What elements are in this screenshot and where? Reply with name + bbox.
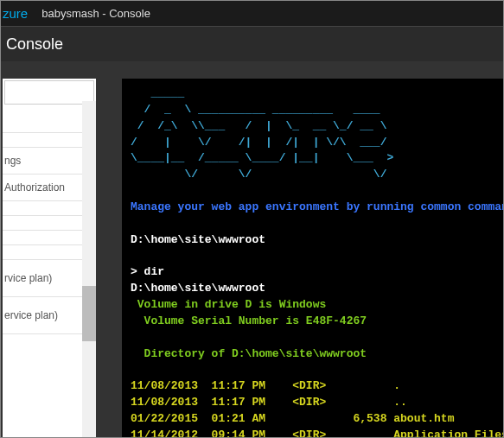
dirof-line: Directory of D:\home\site\wwwroot <box>131 347 367 360</box>
ascii-line: / | \/ /| | /| | \/\ ___/ <box>131 136 393 149</box>
sidebar: ngs Authorization rvice plan) ervice pla… <box>3 79 96 438</box>
serial-line: Volume Serial Number is E48F-4267 <box>131 314 367 327</box>
blade-header: Console <box>1 27 503 61</box>
dir-row: 11/14/2012 09:14 PM <DIR> Application Fi… <box>131 428 503 438</box>
dir-row: 11/08/2013 11:17 PM <DIR> .. <box>131 396 407 409</box>
help-text: Manage your web app environment by runni… <box>131 200 503 213</box>
volume-line: Volume in drive D is Windows <box>131 298 326 311</box>
dir-row: 11/08/2013 11:17 PM <DIR> . <box>131 379 400 392</box>
terminal-wrapper: _____ / _ \ __________ _________ ____ / … <box>96 79 503 438</box>
scrollbar-thumb[interactable] <box>82 286 96 341</box>
search-input[interactable] <box>4 80 94 105</box>
echo-cwd: D:\home\site\wwwroot <box>131 282 265 295</box>
azure-brand[interactable]: zure <box>1 6 35 21</box>
dir-row: 01/22/2015 01:21 AM 6,538 about.htm <box>131 412 454 425</box>
page-title: Console <box>6 35 63 54</box>
ascii-line: _____ <box>131 86 353 99</box>
breadcrumb[interactable]: babysmash - Console <box>35 7 150 20</box>
sidebar-item-label: ervice plan) <box>4 309 58 321</box>
cwd-line: D:\home\site\wwwroot <box>131 233 265 246</box>
ascii-line: / /_\ \\___ / | \_ __ \_/ __ \ <box>131 119 393 132</box>
sidebar-item-label: Authorization <box>4 181 65 194</box>
ascii-line: \/ \/ \/ <box>131 168 393 181</box>
ascii-line: / _ \ __________ _________ ____ <box>131 103 393 116</box>
title-bar: zure babysmash - Console <box>1 1 503 27</box>
console-terminal[interactable]: _____ / _ \ __________ _________ ____ / … <box>122 79 503 438</box>
scrollbar-track[interactable] <box>82 101 96 438</box>
prompt-line: > dir <box>131 265 164 278</box>
sidebar-item-label: rvice plan) <box>4 272 52 284</box>
work-area: ngs Authorization rvice plan) ervice pla… <box>1 61 503 438</box>
sidebar-item-label: ngs <box>4 155 21 167</box>
ascii-line: \____|__ /_____ \____/ |__| \___ > <box>131 151 393 164</box>
